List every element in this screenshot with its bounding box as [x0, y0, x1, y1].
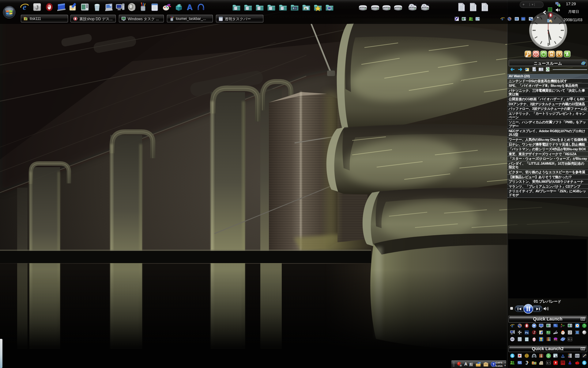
svg-text:F: F [561, 326, 562, 328]
svg-text:DVD: DVD [414, 4, 417, 6]
svg-text:DVD: DVD [427, 4, 430, 6]
svg-text:e: e [511, 324, 513, 328]
svg-text:TP: TP [562, 325, 565, 327]
svg-text:D: D [547, 354, 549, 358]
svg-text:e: e [502, 17, 503, 21]
svg-text:Ps: Ps [525, 331, 528, 334]
svg-text:C:\: C:\ [547, 362, 551, 364]
svg-text:321: 321 [575, 355, 579, 357]
svg-text:?: ? [492, 362, 495, 366]
svg-text:C:\: C:\ [568, 339, 572, 341]
svg-text:K: K [583, 324, 585, 327]
svg-text:S: S [583, 361, 585, 365]
svg-text:EAC: EAC [511, 339, 514, 340]
svg-text:J: J [569, 331, 571, 334]
svg-text:J: J [36, 5, 39, 11]
svg-text:S: S [511, 354, 513, 358]
svg-text:A: A [187, 2, 193, 12]
